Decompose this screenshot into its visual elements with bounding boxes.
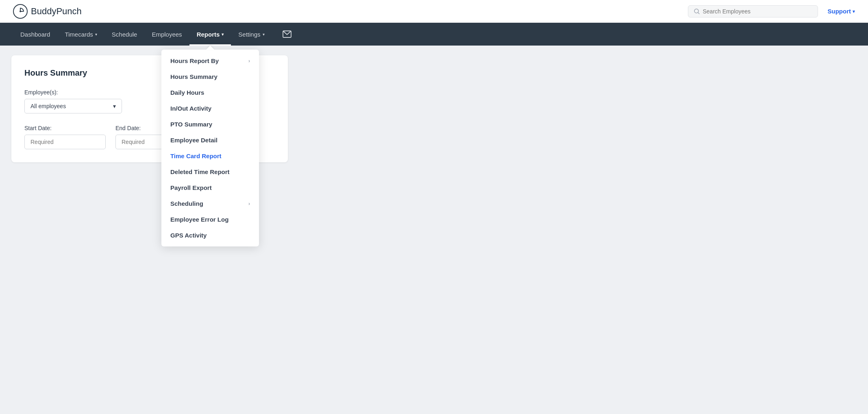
logo-text: BuddyPunch	[31, 6, 82, 17]
top-right: Support ▾	[688, 5, 855, 17]
support-button[interactable]: Support ▾	[828, 8, 855, 15]
dropdown-arrow	[206, 46, 214, 50]
top-bar: BuddyPunch Support ▾	[0, 0, 868, 23]
svg-line-5	[698, 13, 699, 14]
dropdown-item-deleted-time-report[interactable]: Deleted Time Report	[161, 164, 259, 180]
dropdown-item-gps-activity[interactable]: GPS Activity	[161, 227, 259, 243]
employees-select[interactable]: All employees ▾	[24, 99, 122, 113]
logo-icon	[13, 4, 28, 19]
search-input[interactable]	[703, 8, 812, 15]
nav-bar: Dashboard Timecards ▾ Schedule Employees…	[0, 23, 868, 46]
chevron-down-icon: ▾	[113, 103, 116, 109]
page-content: Hours Summary Employee(s): All employees…	[0, 46, 868, 172]
chevron-right-icon: ›	[248, 58, 250, 64]
chevron-down-icon: ▾	[222, 32, 224, 37]
nav-item-mail[interactable]	[275, 23, 299, 46]
dropdown-item-pto-summary[interactable]: PTO Summary	[161, 116, 259, 132]
dropdown-item-daily-hours[interactable]: Daily Hours	[161, 85, 259, 100]
start-date-label: Start Date:	[24, 125, 106, 131]
reports-dropdown: Hours Report By › Hours Summary Daily Ho…	[161, 50, 259, 246]
mail-icon	[283, 31, 292, 38]
dropdown-item-payroll-export[interactable]: Payroll Export	[161, 180, 259, 196]
chevron-down-icon: ▾	[95, 32, 97, 37]
chevron-right-icon: ›	[248, 201, 250, 207]
nav-item-reports[interactable]: Reports ▾ Hours Report By › Hours Summar…	[189, 23, 231, 46]
dropdown-item-hours-report-by[interactable]: Hours Report By ›	[161, 53, 259, 69]
dropdown-item-employee-error-log[interactable]: Employee Error Log	[161, 211, 259, 227]
search-icon	[694, 9, 700, 14]
dropdown-item-in-out-activity[interactable]: In/Out Activity	[161, 100, 259, 116]
logo: BuddyPunch	[13, 4, 82, 19]
dropdown-item-employee-detail[interactable]: Employee Detail	[161, 132, 259, 148]
dropdown-menu: Hours Report By › Hours Summary Daily Ho…	[161, 50, 259, 246]
chevron-down-icon: ▾	[263, 32, 265, 37]
nav-item-dashboard[interactable]: Dashboard	[13, 23, 57, 46]
search-bar[interactable]	[688, 5, 818, 17]
chevron-down-icon: ▾	[853, 9, 855, 14]
nav-item-employees[interactable]: Employees	[144, 23, 189, 46]
nav-item-schedule[interactable]: Schedule	[104, 23, 145, 46]
nav-item-settings[interactable]: Settings ▾	[231, 23, 272, 46]
start-date-group: Start Date:	[24, 125, 106, 149]
dropdown-item-time-card-report[interactable]: Time Card Report	[161, 148, 259, 164]
dropdown-item-scheduling[interactable]: Scheduling ›	[161, 196, 259, 211]
dropdown-item-hours-summary[interactable]: Hours Summary	[161, 69, 259, 85]
start-date-input[interactable]	[24, 135, 106, 149]
nav-item-timecards[interactable]: Timecards ▾	[57, 23, 104, 46]
